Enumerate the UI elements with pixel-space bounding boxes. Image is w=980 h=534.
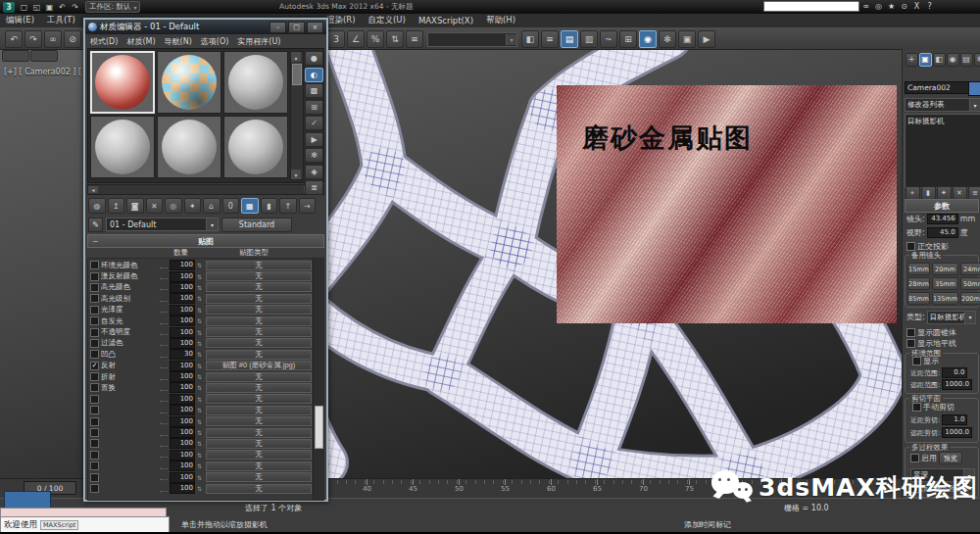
spinner-icon[interactable] — [197, 418, 204, 425]
spinner-icon[interactable] — [197, 462, 204, 469]
material-sample-slot[interactable] — [90, 51, 155, 114]
spinner-icon[interactable] — [197, 474, 204, 481]
map-enable-checkbox[interactable] — [90, 383, 99, 392]
map-type-button[interactable]: 无 — [206, 450, 312, 460]
menu-item[interactable]: 选项(O) — [201, 36, 229, 47]
map-enable-checkbox[interactable] — [90, 406, 99, 414]
redo-icon[interactable]: ↷ — [69, 2, 81, 13]
material-sample-slot[interactable] — [90, 116, 155, 178]
map-enable-checkbox[interactable] — [90, 283, 99, 292]
reset-map-icon[interactable]: ✕ — [146, 198, 164, 214]
stack-item[interactable]: 目标摄影机 — [907, 117, 945, 125]
map-enable-checkbox[interactable] — [90, 417, 99, 426]
spinner-icon[interactable] — [197, 384, 204, 391]
modifier-stack[interactable]: 目标摄影机 — [905, 114, 980, 188]
map-enable-checkbox[interactable] — [90, 484, 99, 493]
put-to-library-icon[interactable]: ⌂ — [203, 198, 220, 214]
map-type-button[interactable]: 无 — [206, 261, 312, 270]
map-type-button[interactable]: 无 — [206, 294, 312, 304]
far-range-field[interactable]: 1000.0 — [942, 379, 972, 390]
map-amount-field[interactable]: 100 — [170, 371, 195, 382]
spinner-icon[interactable] — [197, 407, 204, 413]
spinner-icon[interactable] — [197, 307, 204, 314]
select-and-link-icon[interactable]: ∞ — [44, 30, 62, 48]
percent-snap-icon[interactable]: % — [367, 30, 384, 48]
material-id-channel-icon[interactable]: 0 — [222, 198, 240, 214]
edit-named-selection-sets-icon[interactable]: ≡ — [406, 30, 423, 48]
video-color-check-icon[interactable]: ✓ — [305, 116, 323, 130]
map-type-button[interactable]: 无 — [206, 472, 312, 482]
map-type-button[interactable]: 无 — [206, 282, 312, 292]
spinner-icon[interactable] — [197, 373, 204, 380]
display-tab-icon[interactable]: ▤ — [960, 53, 973, 67]
map-enable-checkbox[interactable] — [90, 439, 99, 448]
menu-item[interactable]: 渲染(R) — [326, 15, 356, 26]
menu-item[interactable]: 导航(N) — [165, 36, 192, 47]
layer-manager-icon[interactable]: ▤ — [561, 30, 578, 48]
save-file-icon[interactable]: ▣ — [43, 2, 56, 13]
map-amount-field[interactable]: 100 — [170, 461, 195, 471]
parameters-rollout-header[interactable]: 参数 — [905, 199, 979, 213]
sign-in-icon[interactable]: ⊙ — [898, 1, 910, 12]
map-amount-field[interactable]: 100 — [170, 405, 195, 415]
select-by-material-icon[interactable]: ◈ — [305, 165, 323, 179]
rendered-frame-window-icon[interactable]: ▣ — [678, 30, 696, 48]
map-amount-field[interactable]: 100 — [170, 394, 195, 405]
options-icon[interactable]: ✻ — [305, 148, 323, 163]
menu-item[interactable]: 编辑(E) — [6, 15, 34, 26]
map-enable-checkbox[interactable] — [90, 372, 99, 381]
map-type-button[interactable]: 无 — [206, 439, 312, 449]
map-amount-field[interactable]: 100 — [170, 305, 195, 316]
show-map-in-viewport-icon[interactable]: ▦ — [241, 198, 259, 214]
map-type-button[interactable]: 无 — [206, 350, 312, 360]
scroll-down-icon[interactable] — [291, 170, 301, 179]
stock-lens-button[interactable]: 20mm — [932, 263, 958, 275]
map-enable-checkbox[interactable] — [90, 395, 99, 404]
material-sample-slot[interactable] — [223, 116, 288, 178]
render-production-icon[interactable]: ▶ — [698, 30, 715, 48]
map-amount-field[interactable]: 100 — [170, 472, 195, 483]
communication-center-icon[interactable]: ◎ — [872, 1, 885, 12]
curve-editor-icon[interactable]: ~ — [600, 30, 617, 48]
material-editor-icon[interactable]: ◉ — [639, 30, 657, 48]
map-type-button[interactable]: 无 — [206, 428, 312, 438]
utilities-tab-icon[interactable]: ✻ — [974, 53, 980, 67]
background-icon[interactable]: ▩ — [305, 83, 323, 98]
maps-rollout-header[interactable]: − 贴图 — [87, 234, 324, 248]
angle-snap-icon[interactable]: ∠ — [347, 30, 365, 48]
show-end-result-icon[interactable]: ▮ — [921, 186, 936, 200]
map-amount-field[interactable]: 100 — [170, 382, 195, 393]
material-sample-slot[interactable] — [157, 116, 221, 178]
ribbon-tab-stub[interactable] — [30, 50, 58, 62]
menu-item[interactable]: 材质(M) — [126, 36, 155, 47]
menu-item[interactable]: 模式(D) — [90, 36, 118, 47]
map-enable-checkbox[interactable] — [90, 272, 99, 281]
hierarchy-tab-icon[interactable]: ◧ — [933, 53, 946, 67]
mirror-icon[interactable]: ◧ — [521, 30, 539, 48]
stock-lens-button[interactable]: 35mm — [932, 277, 958, 290]
map-amount-field[interactable]: 100 — [170, 327, 195, 338]
configure-modifier-sets-icon[interactable]: ≡ — [968, 186, 980, 200]
make-material-copy-icon[interactable]: ◎ — [165, 198, 182, 214]
maximize-button[interactable]: □ — [288, 22, 305, 33]
exchange-apps-icon[interactable]: X — [910, 1, 923, 12]
map-enable-checkbox[interactable] — [90, 339, 99, 348]
go-to-parent-icon[interactable]: ↑ — [279, 198, 297, 214]
menu-item[interactable]: 帮助(H) — [486, 15, 515, 26]
material-sample-slot[interactable] — [223, 51, 288, 114]
add-time-tag-label[interactable]: 添加时间标记 — [684, 519, 731, 530]
unlink-selection-icon[interactable]: ⊘ — [64, 30, 81, 48]
spinner-icon[interactable] — [197, 329, 204, 336]
spinner-icon[interactable] — [197, 363, 204, 369]
motion-tab-icon[interactable]: ◉ — [947, 53, 959, 67]
map-type-button[interactable]: 无 — [206, 394, 312, 404]
map-enable-checkbox[interactable] — [90, 306, 99, 315]
near-clip-field[interactable]: 1.0 — [942, 414, 967, 425]
enable-checkbox[interactable] — [910, 454, 919, 462]
undo-icon[interactable]: ↶ — [56, 2, 69, 13]
modify-tab-icon[interactable]: ▣ — [919, 53, 932, 67]
open-file-icon[interactable]: ◱ — [30, 2, 43, 13]
map-type-button[interactable]: 贴图 #0 (磨砂金属.jpg) — [206, 361, 312, 370]
stock-lens-button[interactable]: 15mm — [907, 263, 930, 275]
map-type-button[interactable]: 无 — [206, 305, 312, 315]
